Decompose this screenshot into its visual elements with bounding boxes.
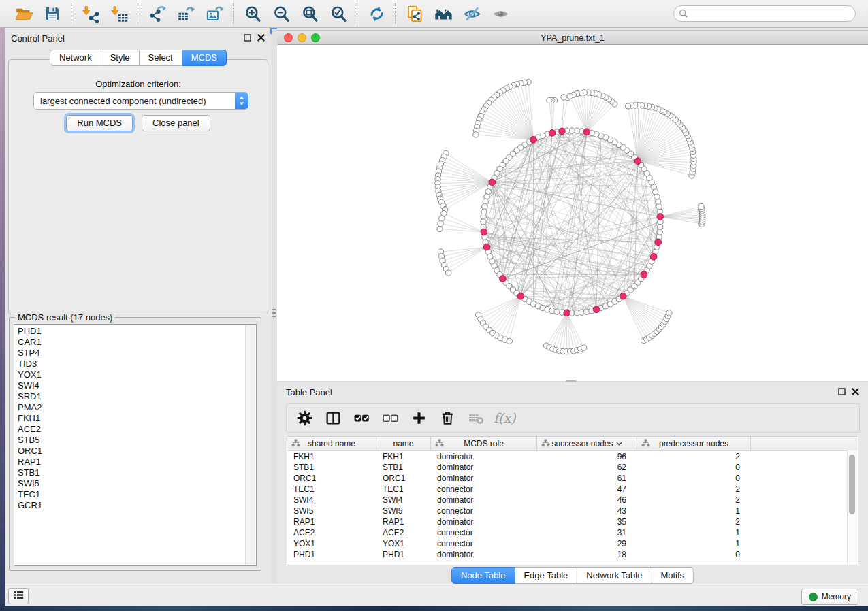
import-table-button[interactable] bbox=[109, 3, 129, 24]
zoom-in-button[interactable] bbox=[242, 3, 263, 24]
mcds-result-item[interactable]: ACE2 bbox=[14, 424, 245, 435]
table-row[interactable]: YOX1YOX1connector291 bbox=[287, 538, 858, 549]
tab-select[interactable]: Select bbox=[140, 50, 182, 66]
hide-graphics-details-icon bbox=[463, 5, 481, 23]
close-panel-icon[interactable] bbox=[852, 388, 859, 395]
table-scrollbar[interactable] bbox=[847, 450, 858, 565]
list-icon bbox=[13, 590, 25, 603]
mcds-list-scrollbar[interactable] bbox=[245, 325, 255, 565]
tab-mcds[interactable]: MCDS bbox=[182, 50, 227, 66]
refresh-view-button[interactable] bbox=[366, 3, 387, 24]
hide-graphics-details-button[interactable] bbox=[462, 3, 482, 24]
column-header-successor-nodes[interactable]: successor nodes bbox=[537, 437, 637, 450]
column-type-icon bbox=[541, 439, 550, 449]
show-columns-button[interactable] bbox=[324, 410, 342, 427]
cell-MCDS-role: dominator bbox=[431, 516, 537, 527]
table-row[interactable]: FKH1FKH1dominator962 bbox=[287, 451, 858, 462]
cell-successor-nodes: 62 bbox=[537, 462, 637, 473]
splitter-grip[interactable] bbox=[272, 308, 276, 318]
dropdown-stepper-icon bbox=[235, 93, 248, 109]
zoom-out-button[interactable] bbox=[271, 3, 291, 24]
close-panel-button[interactable]: Close panel bbox=[142, 115, 210, 131]
show-graphics-details-button[interactable] bbox=[490, 3, 511, 24]
column-header-name[interactable]: name bbox=[376, 437, 431, 450]
export-table-button[interactable] bbox=[176, 3, 196, 24]
open-file-button[interactable] bbox=[14, 3, 34, 24]
svg-text:f(x): f(x) bbox=[494, 410, 516, 425]
mcds-result-item[interactable]: RAP1 bbox=[14, 457, 245, 467]
mcds-result-item[interactable]: PMA2 bbox=[14, 402, 245, 413]
zoom-fit-button[interactable] bbox=[300, 3, 320, 24]
mcds-result-item[interactable]: GCR1 bbox=[14, 500, 245, 511]
close-panel-icon[interactable] bbox=[257, 34, 265, 42]
add-column-button[interactable] bbox=[410, 410, 428, 427]
mcds-result-item[interactable]: SWI4 bbox=[14, 380, 245, 391]
tab-network-table[interactable]: Network Table bbox=[577, 567, 652, 584]
mcds-result-item[interactable]: STB5 bbox=[14, 435, 245, 446]
duplicate-network-button[interactable] bbox=[404, 3, 425, 24]
column-type-icon bbox=[641, 439, 650, 449]
desktop-wallpaper-left bbox=[0, 28, 5, 606]
cell-name: RAP1 bbox=[376, 516, 431, 527]
show-panels-button[interactable] bbox=[8, 588, 29, 604]
select-all-button[interactable] bbox=[353, 410, 370, 427]
mcds-result-item[interactable]: CAR1 bbox=[14, 337, 245, 348]
table-row[interactable]: SWI5SWI5connector431 bbox=[287, 506, 858, 516]
column-header-predecessor-nodes[interactable]: predecessor nodes bbox=[637, 437, 751, 450]
run-mcds-button[interactable]: Run MCDS bbox=[66, 115, 133, 131]
mcds-result-item[interactable]: PHD1 bbox=[14, 326, 245, 337]
mcds-result-item[interactable]: FKH1 bbox=[14, 413, 245, 424]
save-session-button[interactable] bbox=[42, 3, 63, 24]
status-bar: Memory bbox=[5, 584, 868, 606]
sort-descending-icon bbox=[616, 439, 622, 448]
tab-motifs[interactable]: Motifs bbox=[652, 567, 694, 584]
zoom-out-icon bbox=[272, 5, 291, 23]
table-row[interactable]: STB1STB1dominator620 bbox=[287, 462, 858, 473]
network-window-titlebar[interactable]: YPA_prune.txt_1 bbox=[277, 30, 868, 45]
table-row[interactable]: SWI4SWI4dominator462 bbox=[287, 495, 858, 506]
delete-table-icon bbox=[468, 410, 485, 427]
mcds-result-item[interactable]: TEC1 bbox=[14, 489, 245, 500]
tab-edge-table[interactable]: Edge Table bbox=[515, 567, 577, 584]
tab-network[interactable]: Network bbox=[50, 50, 101, 66]
settings-button[interactable] bbox=[295, 410, 313, 427]
mcds-result-item[interactable]: ORC1 bbox=[14, 446, 245, 457]
mcds-result-item[interactable]: SWI5 bbox=[14, 478, 245, 489]
cell-MCDS-role: dominator bbox=[431, 495, 537, 506]
navigator-button[interactable] bbox=[433, 3, 453, 24]
network-canvas[interactable] bbox=[277, 45, 868, 381]
export-network-icon bbox=[148, 5, 167, 23]
mcds-result-item[interactable]: SRD1 bbox=[14, 391, 245, 402]
export-network-button[interactable] bbox=[147, 3, 167, 24]
add-column-icon bbox=[411, 410, 428, 427]
table-row[interactable]: PHD1PHD1dominator180 bbox=[287, 549, 858, 560]
column-type-icon bbox=[435, 439, 444, 449]
table-scrollbar-thumb[interactable] bbox=[849, 455, 855, 514]
table-row[interactable]: TEC1TEC1connector472 bbox=[287, 484, 858, 495]
search-input[interactable] bbox=[673, 5, 856, 22]
tab-node-table[interactable]: Node Table bbox=[451, 567, 515, 584]
table-row[interactable]: RAP1RAP1dominator352 bbox=[287, 516, 858, 527]
export-image-button[interactable] bbox=[204, 3, 225, 24]
tab-style[interactable]: Style bbox=[101, 50, 140, 66]
cell-predecessor-nodes: 1 bbox=[637, 506, 751, 516]
table-row[interactable]: ORC1ORC1dominator610 bbox=[287, 473, 858, 484]
mcds-result-item[interactable]: STB1 bbox=[14, 467, 245, 478]
duplicate-network-icon bbox=[406, 5, 424, 23]
import-network-button[interactable] bbox=[80, 3, 101, 24]
optimization-criterion-dropdown[interactable]: largest connected component (undirected) bbox=[33, 92, 248, 110]
column-header-MCDS-role[interactable]: MCDS role bbox=[431, 437, 537, 450]
delete-column-button[interactable] bbox=[438, 410, 456, 427]
memory-button[interactable]: Memory bbox=[801, 589, 858, 605]
mcds-result-item[interactable]: TID3 bbox=[14, 359, 245, 369]
mcds-result-item[interactable]: STP4 bbox=[14, 348, 245, 359]
table-toolbar: f(x) bbox=[286, 403, 860, 433]
vertical-splitter[interactable] bbox=[272, 28, 277, 584]
mcds-result-item[interactable]: YOX1 bbox=[14, 369, 245, 380]
table-row[interactable]: ACE2ACE2connector311 bbox=[287, 527, 858, 538]
zoom-selected-button[interactable] bbox=[328, 3, 349, 24]
deselect-all-button[interactable] bbox=[381, 410, 399, 427]
column-header-shared-name[interactable]: shared name bbox=[287, 437, 376, 450]
float-panel-icon[interactable] bbox=[838, 388, 846, 395]
float-panel-icon[interactable] bbox=[244, 34, 251, 42]
